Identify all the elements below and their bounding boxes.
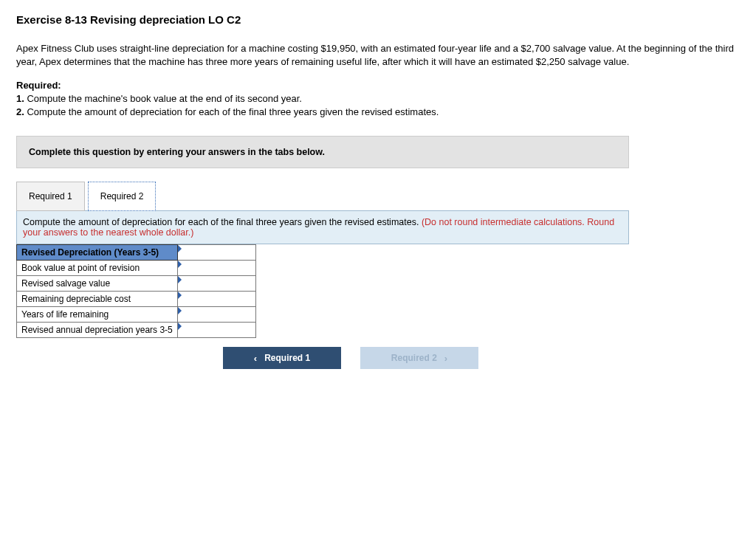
- input-depreciable-cost[interactable]: [178, 292, 255, 306]
- input-book-value[interactable]: [178, 261, 255, 275]
- table-row: Revised salvage value: [17, 276, 256, 292]
- table-header: Revised Depreciation (Years 3-5): [17, 245, 178, 261]
- row-label: Remaining depreciable cost: [17, 292, 178, 307]
- tab-required-1[interactable]: Required 1: [16, 182, 85, 211]
- nav-row: ‹ Required 1 Required 2 ›: [223, 347, 629, 369]
- chevron-left-icon: ‹: [254, 353, 257, 364]
- prev-button-label: Required 1: [264, 353, 310, 363]
- prompt-main-text: Compute the amount of depreciation for e…: [23, 217, 422, 227]
- exercise-title: Exercise 8-13 Revising depreciation LO C…: [16, 13, 740, 26]
- row-label: Years of life remaining: [17, 307, 178, 323]
- input-years-remaining[interactable]: [178, 307, 255, 322]
- input-salvage-value[interactable]: [178, 276, 255, 291]
- row-label: Book value at point of revision: [17, 261, 178, 276]
- table-row: Revised annual depreciation years 3-5: [17, 323, 256, 338]
- requirement-2: 2. Compute the amount of depreciation fo…: [16, 106, 740, 119]
- chevron-right-icon: ›: [444, 353, 447, 364]
- requirements-list: 1. Compute the machine's book value at t…: [16, 92, 740, 118]
- row-label: Revised annual depreciation years 3-5: [17, 323, 178, 338]
- required-label: Required:: [16, 80, 740, 91]
- row-label: Revised salvage value: [17, 276, 178, 292]
- tabs-row: Required 1 Required 2: [16, 182, 629, 211]
- table-row: Book value at point of revision: [17, 261, 256, 276]
- table-row: Years of life remaining: [17, 307, 256, 323]
- requirement-1: 1. Compute the machine's book value at t…: [16, 92, 740, 106]
- next-button: Required 2 ›: [360, 347, 478, 369]
- depreciation-table: Revised Depreciation (Years 3-5) Book va…: [16, 244, 256, 338]
- prev-button[interactable]: ‹ Required 1: [223, 347, 341, 369]
- instruction-bar: Complete this question by entering your …: [16, 136, 629, 168]
- tab-required-2[interactable]: Required 2: [88, 182, 157, 211]
- next-button-label: Required 2: [391, 353, 437, 363]
- input-annual-depreciation[interactable]: [178, 323, 255, 337]
- problem-statement: Apex Fitness Club uses straight-line dep…: [16, 42, 740, 68]
- table-row: Remaining depreciable cost: [17, 292, 256, 307]
- prompt-bar: Compute the amount of depreciation for e…: [16, 210, 629, 244]
